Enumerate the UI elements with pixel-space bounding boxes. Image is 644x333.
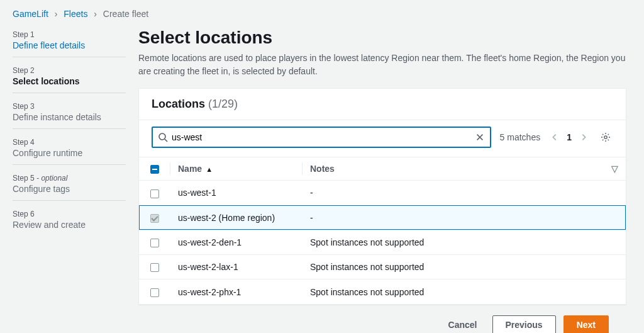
location-name: us-west-1 bbox=[170, 181, 303, 205]
search-icon bbox=[158, 132, 168, 142]
location-notes: Spot instances not supported bbox=[303, 255, 626, 279]
close-icon bbox=[475, 133, 484, 142]
settings-button[interactable] bbox=[598, 130, 613, 145]
step-label: Step 5 - optional bbox=[13, 174, 126, 183]
svg-point-0 bbox=[159, 133, 165, 140]
table-row[interactable]: us-west-2 (Home region) - bbox=[139, 205, 626, 230]
breadcrumb-fleets[interactable]: Fleets bbox=[64, 9, 87, 19]
breadcrumb-gamelift[interactable]: GameLift bbox=[13, 9, 48, 19]
chevron-left-icon bbox=[550, 133, 559, 142]
page-number: 1 bbox=[567, 132, 572, 142]
clear-search-button[interactable] bbox=[474, 131, 486, 144]
wizard-steps: Step 1 Define fleet details Step 2 Selec… bbox=[13, 25, 138, 333]
cancel-button[interactable]: Cancel bbox=[441, 315, 485, 333]
prev-page-button[interactable] bbox=[549, 132, 560, 143]
row-checkbox bbox=[150, 214, 159, 223]
notes-column-header[interactable]: Notes▽ bbox=[303, 157, 626, 181]
step-4: Step 4 Configure runtime bbox=[13, 135, 126, 165]
table-row[interactable]: us-west-1 - bbox=[139, 181, 626, 205]
matches-count: 5 matches bbox=[500, 132, 541, 142]
previous-button[interactable]: Previous bbox=[492, 315, 556, 333]
table-row[interactable]: us-west-2-phx-1 Spot instances not suppo… bbox=[139, 279, 626, 304]
svg-point-4 bbox=[604, 136, 607, 138]
sort-asc-icon: ▲ bbox=[206, 166, 213, 173]
step-3: Step 3 Define instance details bbox=[13, 99, 126, 129]
next-page-button[interactable] bbox=[578, 132, 589, 143]
location-name: us-west-2 (Home region) bbox=[170, 205, 303, 230]
table-row[interactable]: us-west-2-den-1 Spot instances not suppo… bbox=[139, 230, 626, 254]
page-description: Remote locations are used to place playe… bbox=[138, 52, 626, 78]
step-title: Review and create bbox=[13, 220, 126, 230]
step-title: Define instance details bbox=[13, 112, 126, 122]
select-all-header[interactable] bbox=[139, 157, 170, 181]
pagination: 1 bbox=[549, 132, 589, 143]
row-checkbox[interactable] bbox=[150, 288, 159, 297]
row-checkbox[interactable] bbox=[150, 263, 159, 272]
location-notes: - bbox=[303, 205, 626, 230]
gear-icon bbox=[601, 132, 611, 142]
sort-icon: ▽ bbox=[611, 164, 618, 174]
chevron-right-icon: › bbox=[55, 9, 58, 19]
location-name: us-west-2-den-1 bbox=[170, 230, 303, 254]
card-header: Locations (1/29) bbox=[139, 89, 626, 120]
step-5: Step 5 - optional Configure tags bbox=[13, 171, 126, 201]
locations-card: Locations (1/29) 5 matches bbox=[138, 88, 626, 305]
location-name: us-west-2-phx-1 bbox=[170, 279, 303, 304]
step-title: Configure runtime bbox=[13, 148, 126, 158]
step-6: Step 6 Review and create bbox=[13, 207, 126, 236]
location-name: us-west-2-lax-1 bbox=[170, 255, 303, 279]
step-title: Select locations bbox=[13, 76, 126, 86]
step-label: Step 3 bbox=[13, 102, 126, 111]
chevron-right-icon: › bbox=[94, 9, 97, 19]
step-label: Step 4 bbox=[13, 138, 126, 147]
search-input[interactable] bbox=[153, 128, 490, 146]
row-checkbox[interactable] bbox=[150, 239, 159, 247]
step-2: Step 2 Select locations bbox=[13, 64, 126, 93]
step-1[interactable]: Step 1 Define fleet details bbox=[13, 28, 126, 57]
chevron-right-icon bbox=[579, 133, 588, 142]
location-notes: Spot instances not supported bbox=[303, 279, 626, 304]
step-title: Configure tags bbox=[13, 184, 126, 194]
next-button[interactable]: Next bbox=[564, 315, 609, 333]
locations-table: Name▲ Notes▽ us-west-1 - us-west-2 (Home… bbox=[139, 157, 626, 304]
step-title: Define fleet details bbox=[13, 40, 126, 50]
page-title: Select locations bbox=[138, 28, 626, 48]
breadcrumb: GameLift › Fleets › Create fleet bbox=[0, 0, 644, 25]
step-label: Step 6 bbox=[13, 210, 126, 218]
row-checkbox[interactable] bbox=[150, 189, 159, 198]
indeterminate-checkbox-icon bbox=[150, 165, 159, 174]
location-notes: Spot instances not supported bbox=[303, 230, 626, 254]
step-label: Step 2 bbox=[13, 66, 126, 75]
table-row[interactable]: us-west-2-lax-1 Spot instances not suppo… bbox=[139, 255, 626, 279]
footer-actions: Cancel Previous Next bbox=[138, 305, 626, 333]
location-notes: - bbox=[303, 181, 626, 205]
step-label: Step 1 bbox=[13, 30, 126, 39]
svg-line-1 bbox=[165, 139, 167, 142]
breadcrumb-current: Create fleet bbox=[103, 9, 148, 19]
search-wrapper bbox=[152, 127, 491, 148]
name-column-header[interactable]: Name▲ bbox=[170, 157, 303, 181]
